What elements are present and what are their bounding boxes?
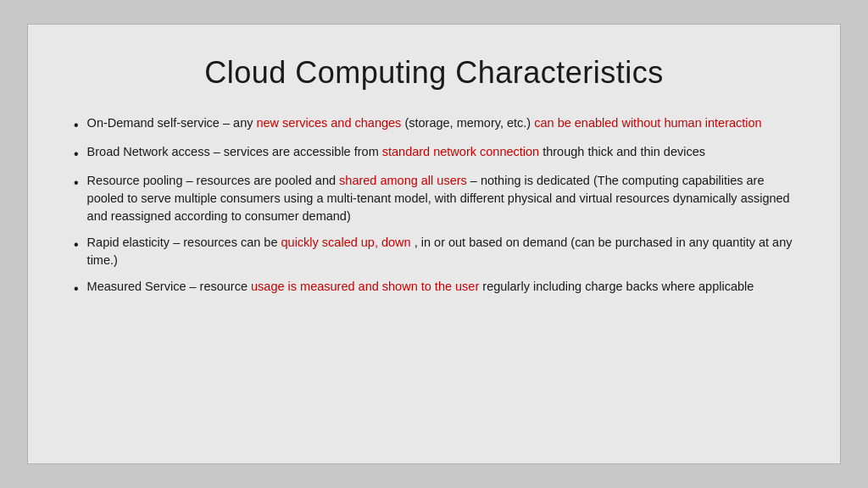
- term-measured-service: Measured Service: [87, 280, 186, 293]
- term-on-demand: On-Demand self-service: [87, 116, 220, 130]
- highlight-shared-among: shared among all users: [339, 174, 467, 187]
- term-broad-network: Broad Network access: [87, 145, 210, 158]
- list-item: • Rapid elasticity – resources can be qu…: [74, 234, 794, 269]
- list-item: • Resource pooling – resources are poole…: [74, 172, 794, 225]
- list-item: • Measured Service – resource usage is m…: [74, 278, 794, 298]
- bullet-dot: •: [74, 144, 79, 164]
- bullet-dot: •: [74, 279, 79, 298]
- bullet-dot: •: [74, 115, 79, 135]
- bullet-text-on-demand: On-Demand self-service – any new service…: [87, 114, 794, 132]
- bullet-list: • On-Demand self-service – any new servi…: [74, 114, 794, 299]
- highlight-usage-measured: usage is measured and shown to the user: [251, 280, 479, 293]
- highlight-quickly-scaled: quickly scaled up, down: [281, 236, 411, 249]
- highlight-standard-network: standard network connection: [382, 145, 539, 158]
- slide-title: Cloud Computing Characteristics: [74, 55, 794, 91]
- bullet-text-measured-service: Measured Service – resource usage is mea…: [87, 278, 794, 296]
- bullet-text-resource-pooling: Resource pooling – resources are pooled …: [87, 172, 794, 225]
- bullet-dot: •: [74, 173, 79, 192]
- list-item: • On-Demand self-service – any new servi…: [74, 114, 794, 135]
- highlight-enabled-without: can be enabled without human interaction: [534, 116, 761, 130]
- term-rapid-elasticity: Rapid elasticity: [87, 236, 170, 249]
- highlight-new-services: new services and changes: [256, 116, 401, 130]
- list-item: • Broad Network access – services are ac…: [74, 143, 794, 164]
- bullet-dot: •: [74, 235, 79, 254]
- term-resource-pooling: Resource pooling: [87, 174, 183, 187]
- bullet-text-broad-network: Broad Network access – services are acce…: [87, 143, 794, 161]
- bullet-text-rapid-elasticity: Rapid elasticity – resources can be quic…: [87, 234, 794, 269]
- slide: Cloud Computing Characteristics • On-Dem…: [27, 24, 841, 464]
